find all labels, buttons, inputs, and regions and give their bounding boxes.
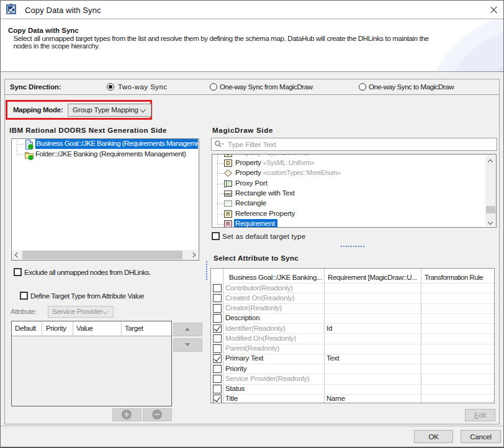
svg-text:R: R — [226, 221, 230, 227]
svg-text:D: D — [226, 160, 230, 166]
svg-text:D: D — [226, 155, 230, 156]
svg-text:ABC: ABC — [225, 192, 232, 195]
svg-text:R: R — [226, 211, 230, 217]
